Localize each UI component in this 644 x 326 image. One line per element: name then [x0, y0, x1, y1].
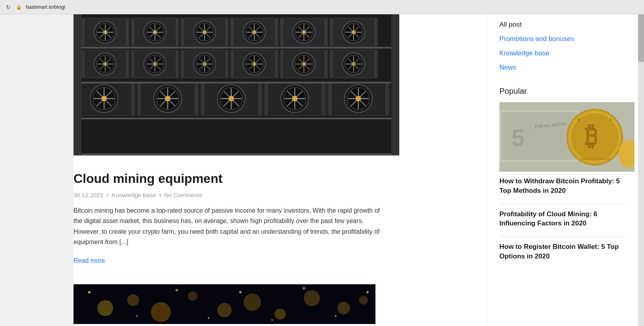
svg-point-128: [101, 96, 107, 101]
svg-rect-149: [201, 83, 205, 115]
svg-point-178: [97, 300, 113, 316]
svg-rect-99: [231, 51, 234, 77]
nav-promotions[interactable]: Promotions and bonuses: [499, 32, 626, 46]
svg-rect-174: [73, 153, 399, 155]
svg-point-183: [244, 293, 261, 311]
meta-dot-2: •: [159, 192, 161, 198]
scrollbar-thumb[interactable]: [638, 14, 644, 62]
svg-point-195: [335, 315, 337, 317]
article-date: 30.12.2021: [73, 192, 103, 198]
svg-rect-59: [331, 19, 333, 45]
svg-point-194: [303, 287, 305, 289]
svg-rect-10: [126, 19, 128, 45]
svg-rect-20: [176, 19, 178, 45]
svg-point-148: [228, 96, 234, 101]
svg-point-189: [136, 315, 138, 317]
svg-rect-40: [275, 19, 277, 45]
svg-point-108: [302, 62, 306, 66]
svg-point-182: [217, 303, 232, 317]
nav-news[interactable]: News: [499, 60, 626, 75]
meta-dot-1: •: [106, 192, 108, 198]
svg-rect-29: [182, 19, 184, 45]
article-excerpt: Bitcoin mining has become a top-rated so…: [73, 206, 383, 248]
svg-rect-79: [132, 51, 134, 77]
svg-point-118: [352, 62, 356, 66]
svg-rect-19: [132, 19, 134, 45]
article-body: Cloud mining equipment 30.12.2021 • Know…: [73, 155, 399, 272]
popular-article-1: 5 FOR ALL NOTES ₿ ★ ★ VIRES I: [499, 102, 626, 196]
svg-rect-130: [131, 83, 134, 115]
svg-point-138: [165, 96, 170, 101]
url-bar[interactable]: hashmart.io/blog/: [26, 4, 66, 10]
svg-rect-175: [73, 14, 81, 155]
svg-point-58: [352, 30, 356, 34]
left-sidebar: [0, 14, 73, 326]
svg-rect-89: [182, 51, 184, 77]
svg-rect-9: [82, 19, 85, 45]
main-content: Cloud mining equipment 30.12.2021 • Know…: [73, 14, 487, 326]
right-sidebar: All post Promotions and bonuses Knowledg…: [487, 14, 638, 326]
article-comments: No Comments: [164, 192, 203, 198]
svg-rect-69: [82, 51, 85, 77]
svg-rect-100: [275, 51, 277, 77]
svg-rect-160: [322, 83, 325, 115]
svg-rect-30: [225, 19, 228, 45]
svg-text:₿: ₿: [585, 122, 598, 151]
nav-knowledge-base[interactable]: Knowledge base: [499, 46, 626, 60]
svg-point-68: [103, 62, 107, 66]
separator-1: [499, 204, 626, 204]
svg-rect-159: [265, 83, 268, 115]
svg-rect-60: [374, 19, 377, 45]
svg-rect-140: [195, 83, 198, 115]
article-category: Knowledge base: [112, 192, 156, 198]
svg-point-184: [275, 309, 286, 320]
svg-point-196: [366, 291, 369, 293]
svg-rect-171: [73, 47, 399, 49]
bitcoin-image-svg: 5 FOR ALL NOTES ₿ ★ ★ VIRES I: [499, 102, 634, 172]
svg-point-28: [203, 30, 207, 34]
svg-text:VIRES IN NUMERIS: VIRES IN NUMERIS: [581, 157, 610, 161]
svg-rect-176: [391, 14, 399, 155]
scrollbar[interactable]: [638, 14, 644, 326]
svg-rect-109: [281, 51, 283, 77]
svg-text:★: ★: [577, 118, 580, 122]
browser-chrome: ↻ 🔒 hashmart.io/blog/: [0, 0, 644, 14]
sidebar-navigation: All post Promotions and bonuses Knowledg…: [499, 17, 626, 75]
svg-point-168: [356, 96, 361, 101]
svg-rect-70: [126, 51, 128, 77]
article-title: Cloud mining equipment: [73, 171, 383, 186]
svg-point-185: [304, 290, 320, 306]
svg-point-179: [127, 294, 139, 306]
sparkles-svg: [73, 284, 375, 324]
nav-all-posts[interactable]: All post: [499, 17, 626, 32]
svg-point-78: [153, 62, 157, 66]
svg-point-8: [103, 30, 107, 34]
svg-point-48: [302, 30, 306, 34]
svg-rect-120: [374, 51, 377, 77]
svg-point-18: [153, 30, 157, 34]
svg-point-186: [337, 302, 350, 314]
mining-rig-image: [73, 14, 399, 155]
svg-rect-49: [281, 19, 283, 45]
svg-text:★: ★: [609, 118, 612, 122]
svg-rect-90: [225, 51, 228, 77]
svg-rect-80: [176, 51, 178, 77]
mining-rig-svg: [73, 14, 399, 155]
svg-rect-170: [385, 83, 389, 115]
svg-rect-172: [73, 82, 399, 83]
svg-point-88: [203, 62, 207, 66]
popular-section-title: Popular: [499, 87, 626, 96]
svg-point-187: [359, 296, 368, 305]
lock-icon: 🔒: [16, 4, 22, 10]
refresh-button[interactable]: ↻: [5, 4, 12, 11]
svg-point-180: [151, 302, 171, 322]
svg-point-188: [88, 291, 91, 293]
article-meta: 30.12.2021 • Knowledge base • No Comment…: [73, 192, 383, 198]
popular-article-1-title[interactable]: How to Withdraw Bitcoin Profitably: 5 To…: [499, 177, 626, 196]
svg-point-98: [252, 62, 256, 66]
popular-article-3: How to Register Bitcoin Wallet: 5 Top Op…: [499, 242, 626, 261]
popular-article-3-title[interactable]: How to Register Bitcoin Wallet: 5 Top Op…: [499, 242, 626, 261]
read-more-link[interactable]: Read more: [73, 257, 105, 264]
popular-article-2-title[interactable]: Profitability of Cloud Mining: 6 Influen…: [499, 210, 626, 229]
svg-rect-169: [329, 83, 332, 115]
